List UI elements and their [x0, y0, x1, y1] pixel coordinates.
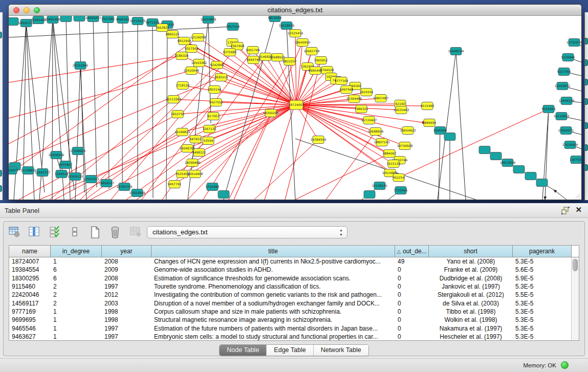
graph-node[interactable]: 7955812 — [314, 57, 328, 64]
graph-node[interactable]: 19756928 — [397, 142, 413, 150]
graph-edge[interactable] — [287, 26, 295, 200]
graph-node[interactable]: 15136141 — [372, 182, 388, 190]
graph-node[interactable]: 20153346 — [73, 62, 89, 70]
graph-node[interactable]: 8215953 — [542, 105, 556, 113]
column-header-short[interactable]: short — [429, 246, 513, 257]
graph-edge[interactable] — [9, 71, 191, 118]
graph-node[interactable]: 9975857 — [59, 161, 73, 169]
graph-node[interactable]: 19958107 — [99, 180, 115, 187]
graph-node[interactable]: 1167533 — [570, 156, 581, 164]
graph-edge[interactable] — [296, 98, 381, 105]
table-row[interactable]: 2242004622012Investigating the contribut… — [9, 291, 579, 299]
graph-node[interactable]: 10655257 — [85, 16, 101, 22]
column-header-year[interactable]: year — [102, 246, 151, 257]
table-row[interactable]: 1830029562008Estimation of significance … — [9, 274, 579, 282]
column-header-indegree[interactable]: in_degree — [51, 246, 102, 257]
graph-edge[interactable] — [296, 70, 327, 105]
graph-node[interactable]: 1615132 — [387, 160, 401, 168]
graph-node[interactable]: 12923448 — [129, 189, 145, 197]
scrollbar-thumb[interactable] — [573, 259, 578, 271]
table-source-select[interactable]: citations_edges.txt ▲▼ — [147, 226, 347, 238]
graph-node[interactable]: 8454749 — [247, 56, 260, 64]
graph-node[interactable]: 1810755 — [171, 111, 185, 118]
graph-node[interactable]: 14099489 — [185, 159, 201, 167]
graph-node[interactable]: 10688609 — [368, 128, 384, 136]
graph-node[interactable]: 9457791 — [168, 181, 182, 188]
graph-edge[interactable] — [265, 51, 312, 200]
graph-node[interactable]: 12942737 — [35, 169, 51, 177]
network-canvas[interactable]: 1405571220391406208914061065525715276028… — [9, 16, 581, 200]
graph-node[interactable]: 9129946 — [561, 54, 575, 61]
column-header-pagerank[interactable]: pagerank — [513, 246, 572, 257]
graph-edge[interactable] — [296, 105, 408, 130]
graph-node[interactable]: 22420046 — [184, 67, 200, 75]
graph-node[interactable]: 11156829 — [20, 167, 36, 174]
column-header-outde[interactable]: △out_de... — [395, 246, 429, 257]
delete-column-icon[interactable] — [108, 225, 122, 238]
graph-node[interactable]: 8822037 — [283, 58, 297, 65]
table-row[interactable]: 977716911998Corpus callosum shape and si… — [9, 308, 579, 316]
graph-node[interactable]: 452254 — [393, 174, 405, 182]
graph-node[interactable]: 20891406 — [45, 16, 61, 24]
graph-edge[interactable] — [439, 130, 440, 200]
tab-node-table[interactable]: Node Table — [220, 345, 267, 356]
graph-edge[interactable] — [234, 42, 302, 200]
graph-node[interactable] — [490, 152, 502, 160]
graph-node[interactable]: 18807243 — [374, 139, 390, 146]
graph-node[interactable]: 9899695 — [423, 119, 437, 127]
graph-edge[interactable] — [166, 25, 167, 200]
graph-node[interactable] — [444, 133, 455, 141]
graph-node[interactable]: 12226058 — [190, 34, 206, 41]
graph-node[interactable]: 17957223 — [83, 176, 99, 183]
memory-ok-indicator[interactable] — [561, 361, 569, 369]
table-scrollbar[interactable] — [571, 257, 579, 340]
graph-node[interactable]: 3267130 — [203, 125, 216, 133]
graph-node[interactable]: 18300295 — [263, 110, 279, 117]
graph-edge[interactable] — [456, 51, 466, 200]
graph-node[interactable]: 9884067 — [383, 150, 397, 158]
table-row[interactable]: 946554611997Estimation of the future num… — [9, 324, 579, 332]
graph-node[interactable]: 16782759 — [117, 183, 133, 191]
graph-node[interactable]: 587833 — [190, 136, 202, 143]
graph-node[interactable]: 6497568 — [340, 86, 354, 94]
graph-node[interactable]: 19218936 — [279, 22, 295, 30]
graph-edge[interactable] — [229, 113, 271, 200]
graph-node[interactable] — [536, 179, 548, 187]
network-view-window[interactable]: citations_edges.txt 14055712203914062089… — [8, 4, 582, 200]
graph-edge[interactable] — [290, 61, 296, 105]
show-columns-icon[interactable] — [28, 225, 41, 238]
graph-node[interactable]: 3624554 — [360, 89, 374, 96]
graph-edge[interactable] — [296, 104, 400, 105]
graph-node[interactable]: 9498222 — [192, 149, 206, 157]
graph-edge[interactable] — [296, 105, 318, 140]
graph-node[interactable]: 17359924 — [70, 147, 86, 155]
graph-node[interactable] — [218, 191, 229, 199]
graph-node[interactable]: 17016504 — [562, 141, 578, 149]
graph-node[interactable]: 15720407 — [361, 117, 377, 124]
graph-node[interactable]: 9375685 — [223, 49, 237, 56]
graph-node[interactable]: 9115460 — [421, 102, 434, 110]
graph-node[interactable]: 10807487 — [373, 95, 389, 102]
float-window-icon[interactable] — [561, 207, 570, 214]
citation-network-graph[interactable]: 1405571220391406208914061065525715276028… — [9, 16, 581, 200]
graph-node[interactable]: 8813054 — [268, 16, 282, 22]
graph-node[interactable] — [525, 172, 536, 180]
graph-node[interactable]: 16210643 — [554, 113, 570, 120]
graph-node[interactable] — [60, 16, 72, 22]
graph-node[interactable]: 8451749 — [246, 47, 260, 54]
graph-node[interactable] — [9, 18, 18, 26]
graph-edge[interactable] — [108, 19, 109, 189]
graph-node[interactable]: 8466161 — [116, 16, 130, 24]
graph-node[interactable]: 18724007 — [289, 100, 304, 110]
graph-edge[interactable] — [295, 33, 296, 105]
graph-node[interactable]: 9242848 — [210, 61, 224, 69]
graph-edge[interactable] — [137, 163, 192, 200]
table-mode-icon[interactable] — [8, 225, 21, 238]
graph-node[interactable] — [74, 16, 85, 21]
graph-edge[interactable] — [52, 19, 53, 200]
graph-node[interactable]: 7986322 — [355, 105, 368, 113]
graph-node[interactable]: 20206556 — [49, 151, 64, 159]
graph-node[interactable]: 10025463 — [394, 106, 409, 114]
graph-edge[interactable] — [55, 132, 182, 200]
graph-node[interactable]: 13325419 — [288, 30, 303, 37]
